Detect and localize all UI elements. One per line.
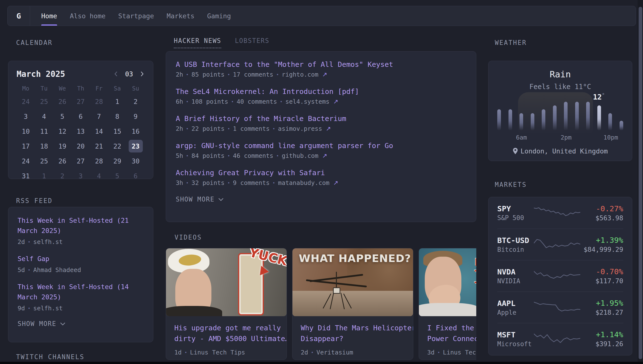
news-item-domain[interactable]: asimov.press ↗ [278,125,331,132]
nav-tab-markets[interactable]: Markets [167,6,195,26]
calendar-day[interactable]: 22 [108,140,127,153]
rss-item-title[interactable]: Self Gap [18,254,144,264]
market-row-msft[interactable]: MSFT Microsoft +1.14% $391.26 [497,323,623,354]
calendar-day[interactable]: 5 [108,169,127,182]
nav-tab-also-home[interactable]: Also home [70,6,106,26]
news-item-meta: 2h•85 points•17 comments•righto.com ↗ [176,71,466,78]
calendar-day[interactable]: 14 [90,125,108,138]
calendar-day[interactable]: 3 [72,169,90,182]
nav-tab-gaming[interactable]: Gaming [207,6,231,26]
calendar-day[interactable]: 8 [108,110,127,123]
calendar-day[interactable]: 3 [17,110,35,123]
calendar-day[interactable]: 18 [35,140,53,153]
calendar-day[interactable]: 1 [108,95,127,108]
market-price: $391.26 [580,340,623,348]
video-title[interactable]: Disappear? [301,333,405,344]
video-thumbnail[interactable]: WHAT HAPPENED? [292,248,413,316]
rss-item: Self Gap 5d•Ahmad Shadeed [18,254,144,274]
calendar-day[interactable]: 13 [72,125,90,138]
market-symbol: SPY [497,204,534,213]
calendar-day[interactable]: 25 [35,154,53,168]
calendar-day[interactable]: 11 [35,125,53,138]
video-title[interactable]: I Fixed the 5 [427,322,476,333]
news-item-title[interactable]: argp: GNU-style command line argument pa… [176,142,466,150]
calendar-day[interactable]: 1 [35,169,53,182]
rss-item-title[interactable]: This Week in Self-Hosted (21 March 2025) [18,216,144,236]
market-row-nvda[interactable]: NVDA NVIDIA -0.70% $117.70 [497,260,623,292]
tab-lobsters[interactable]: LOBSTERS [235,37,269,48]
calendar-day[interactable]: 20 [72,140,90,153]
calendar-day[interactable]: 31 [17,169,35,182]
news-show-more-button[interactable]: SHOW MORE [176,196,466,203]
calendar-day[interactable]: 5 [53,110,72,123]
scrollbar-thumb[interactable] [638,7,642,359]
nav-tab-startpage[interactable]: Startpage [118,6,154,26]
helicopter-body-graphic [333,288,340,294]
market-price: $563.98 [580,214,623,222]
calendar-day[interactable]: 6 [72,110,90,123]
calendar-day[interactable]: 19 [53,140,72,153]
video-thumbnail[interactable]: DOTHT [419,248,476,316]
calendar-day-selected[interactable]: 23 [127,140,145,153]
news-item-title[interactable]: A USB Interface to the "Mother of All De… [176,60,466,68]
calendar-day[interactable]: 9 [127,110,145,123]
calendar-day[interactable]: 12 [53,125,72,138]
calendar-day[interactable]: 17 [17,140,35,153]
calendar-day[interactable]: 26 [53,154,72,168]
news-item-domain[interactable]: github.com ↗ [282,152,327,159]
calendar-day[interactable]: 10 [17,125,35,138]
calendar-day[interactable]: 4 [35,110,53,123]
calendar-day[interactable]: 27 [72,154,90,168]
market-row-btc-usd[interactable]: BTC-USD Bitcoin +1.39% $84,999.29 [497,228,623,260]
calendar-day[interactable]: 30 [127,154,145,168]
calendar-day[interactable]: 28 [90,95,108,108]
scrollbar-track[interactable] [638,0,643,364]
video-title[interactable]: Why Did The Mars Helicopter [301,322,405,333]
calendar-day[interactable]: 21 [90,140,108,153]
calendar-day[interactable]: 2 [53,169,72,182]
market-name: NVIDIA [497,278,534,285]
markets-widget: SPY S&P 500 -0.27% $563.98 BTC-USD Bitco… [488,197,632,356]
market-row-aapl[interactable]: AAPL Apple +1.95% $218.27 [497,292,623,323]
calendar-day[interactable]: 24 [17,154,35,168]
news-item-title[interactable]: The SeL4 Microkernel: An Introduction [p… [176,87,466,96]
calendar-day[interactable]: 26 [53,95,72,108]
news-item-title[interactable]: A Brief History of the Miracle Bacterium [176,114,466,123]
news-item-domain[interactable]: righto.com ↗ [282,71,327,78]
video-thumbnail[interactable]: YUCK [166,248,287,316]
calendar-day[interactable]: 2 [127,95,145,108]
video-title[interactable]: His upgrade got me really [174,322,278,333]
calendar-day[interactable]: 4 [90,169,108,182]
calendar-day[interactable]: 27 [72,95,90,108]
nav-tab-home[interactable]: Home [41,6,57,26]
news-item-domain[interactable]: matanabudy.com ↗ [278,179,338,186]
external-link-icon: ↗ [322,71,327,78]
calendar-day[interactable]: 7 [90,110,108,123]
app-logo[interactable]: G [8,6,30,26]
calendar-day[interactable]: 29 [108,154,127,168]
calendar-day[interactable]: 15 [108,125,127,138]
video-card[interactable]: WHAT HAPPENED? Why Did The Mars Helicopt… [292,248,413,360]
video-title[interactable]: Power Connect [427,333,476,344]
calendar-day[interactable]: 16 [127,125,145,138]
news-item-meta: 2h•22 points•1 comments•asimov.press ↗ [176,125,466,132]
market-row-spy[interactable]: SPY S&P 500 -0.27% $563.98 [497,197,623,228]
calendar-day[interactable]: 28 [90,154,108,168]
video-title[interactable]: dirty - AMD $5000 Ultimate… [174,333,278,344]
rss-item-title[interactable]: This Week in Self-Hosted (14 March 2025) [18,282,144,302]
external-link-icon: ↗ [322,152,327,159]
news-item-domain[interactable]: sel4.systems ↗ [285,98,338,105]
calendar-weekday-label: Fr [90,84,108,93]
video-card[interactable]: DOTHT I Fixed the 5Power Connect 3d•Linu… [419,248,476,360]
rss-show-more-button[interactable]: SHOW MORE [18,320,144,328]
calendar-grid: MoTuWeThFrSaSu24252627281234567891011121… [17,84,145,182]
tab-hacker-news[interactable]: HACKER NEWS [174,37,221,48]
calendar-day[interactable]: 25 [35,95,53,108]
news-item-title[interactable]: Achieving Great Privacy with Safari [176,168,466,177]
weather-hour-bar [519,113,523,130]
calendar-day[interactable]: 6 [127,169,145,182]
calendar-next-icon[interactable] [139,70,145,78]
video-card[interactable]: YUCK His upgrade got me reallydirty - AM… [166,248,287,360]
calendar-prev-icon[interactable] [113,70,119,78]
calendar-day[interactable]: 24 [17,95,35,108]
